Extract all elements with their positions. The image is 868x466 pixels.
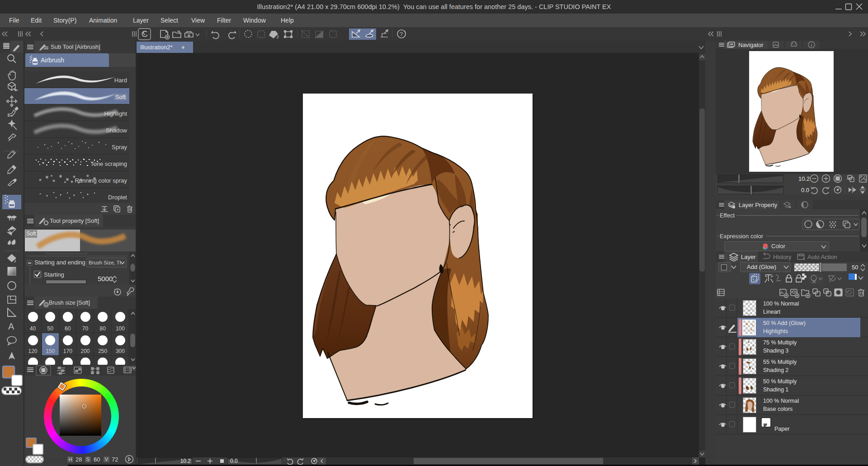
svg-text:Auto Action: Auto Action bbox=[807, 254, 837, 260]
svg-text:?: ? bbox=[400, 31, 403, 38]
svg-text:A: A bbox=[8, 321, 14, 331]
svg-text:History: History bbox=[773, 254, 792, 260]
